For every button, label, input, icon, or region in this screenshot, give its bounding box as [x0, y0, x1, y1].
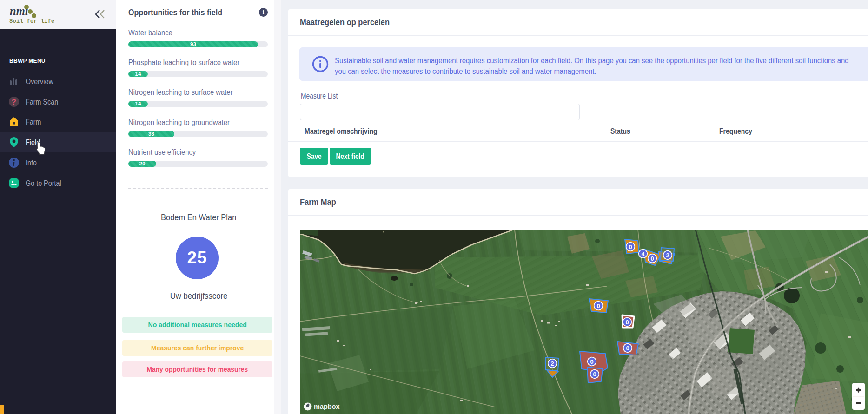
svg-text:?: ?	[12, 98, 16, 105]
svg-text:0: 0	[650, 255, 654, 262]
svg-text:0: 0	[590, 358, 593, 365]
svg-text:0: 0	[593, 371, 596, 378]
svg-text:4: 4	[641, 250, 645, 257]
svg-text:mapbox: mapbox	[314, 403, 340, 410]
svg-text:0: 0	[596, 302, 600, 309]
svg-text:2: 2	[550, 360, 554, 367]
svg-text:2: 2	[666, 252, 669, 259]
svg-text:0: 0	[625, 319, 629, 326]
svg-text:0: 0	[629, 243, 632, 250]
svg-text:0: 0	[626, 345, 629, 352]
